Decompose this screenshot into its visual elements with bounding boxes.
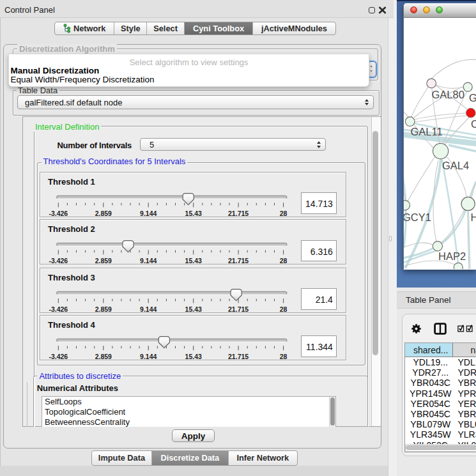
svg-text:H: H xyxy=(471,211,476,222)
svg-text:28: 28 xyxy=(280,305,288,313)
svg-text:15.43: 15.43 xyxy=(185,257,202,265)
svg-text:21.715: 21.715 xyxy=(228,353,249,360)
svg-text:2.859: 2.859 xyxy=(95,257,112,265)
svg-text:GAL4: GAL4 xyxy=(442,159,469,171)
svg-text:21.715: 21.715 xyxy=(228,210,249,217)
svg-text:9.144: 9.144 xyxy=(140,305,157,313)
svg-text:GCY1: GCY1 xyxy=(404,211,431,222)
svg-text:9.144: 9.144 xyxy=(140,353,157,360)
svg-text:15.43: 15.43 xyxy=(185,353,202,360)
svg-text:GAL11: GAL11 xyxy=(411,125,443,137)
svg-text:9.144: 9.144 xyxy=(140,210,157,217)
svg-text:21.715: 21.715 xyxy=(228,305,249,313)
svg-text:21.715: 21.715 xyxy=(228,257,249,265)
svg-text:28: 28 xyxy=(280,210,288,217)
svg-text:9.144: 9.144 xyxy=(140,257,157,265)
svg-text:GA: GA xyxy=(469,92,476,104)
svg-text:GAL80: GAL80 xyxy=(432,88,464,100)
svg-text:-3.426: -3.426 xyxy=(49,257,68,265)
svg-text:HAP2: HAP2 xyxy=(438,250,466,261)
svg-text:28: 28 xyxy=(280,257,288,265)
svg-text:2.859: 2.859 xyxy=(95,305,112,313)
svg-text:28: 28 xyxy=(280,353,288,360)
svg-text:CY: CY xyxy=(471,118,476,130)
svg-text:2.859: 2.859 xyxy=(95,353,112,360)
svg-text:15.43: 15.43 xyxy=(185,210,202,217)
svg-text:-3.426: -3.426 xyxy=(49,305,68,313)
svg-text:2.859: 2.859 xyxy=(95,210,112,217)
svg-text:15.43: 15.43 xyxy=(185,305,202,313)
svg-text:-3.426: -3.426 xyxy=(49,210,68,217)
svg-text:-3.426: -3.426 xyxy=(49,353,68,360)
